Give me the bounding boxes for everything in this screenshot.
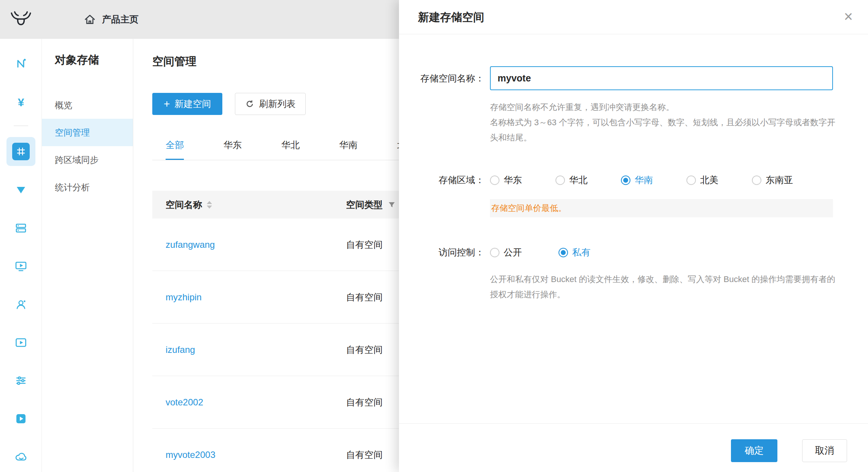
product-home-label: 产品主页 — [102, 13, 139, 26]
access-option-private[interactable]: 私有 — [558, 246, 590, 258]
radio-icon — [686, 175, 696, 185]
plus-icon: + — [164, 99, 170, 109]
create-bucket-drawer: 新建存储空间 × 存储空间名称： 存储空间名称不允许重复，遇到冲突请更换名称。 … — [399, 0, 868, 472]
bucket-name-help: 存储空间名称不允许重复，遇到冲突请更换名称。 名称格式为 3～63 个字符，可以… — [490, 100, 839, 145]
access-control-help: 公开和私有仅对 Bucket 的读文件生效，修改、删除、写入等对 Bucket … — [490, 272, 839, 302]
region-option-north-china[interactable]: 华北 — [555, 174, 587, 186]
access-option-public[interactable]: 公开 — [490, 246, 522, 258]
region-option-south-china[interactable]: 华南 — [621, 174, 653, 186]
cloud-service-icon[interactable] — [0, 450, 42, 464]
bucket-type: 自有空间 — [346, 344, 383, 356]
confirm-button[interactable]: 确定 — [731, 439, 777, 462]
bucket-link[interactable]: myzhipin — [166, 292, 202, 303]
bucket-type: 自有空间 — [346, 449, 383, 461]
tab-east-china[interactable]: 华东 — [223, 139, 242, 160]
cdn-icon[interactable] — [0, 183, 42, 197]
column-space-name: 空间名称 — [166, 199, 202, 211]
radio-selected-icon — [558, 248, 568, 257]
region-option-southeast-asia[interactable]: 东南亚 — [752, 174, 793, 186]
refresh-icon — [245, 99, 254, 108]
region-tabs: 全部 华东 华北 华南 北美 — [166, 132, 415, 160]
close-icon[interactable]: × — [844, 0, 853, 33]
filter-icon[interactable] — [388, 201, 396, 209]
live-streaming-icon[interactable] — [0, 57, 42, 70]
rail-divider — [14, 126, 28, 126]
billing-icon[interactable]: ¥ — [0, 96, 42, 109]
bucket-link[interactable]: zufangwang — [166, 239, 215, 250]
player-icon[interactable] — [0, 412, 42, 426]
column-space-type: 空间类型 — [346, 199, 383, 211]
bucket-name-label: 存储空间名称： — [399, 66, 484, 90]
page-title: 空间管理 — [152, 54, 196, 69]
object-storage-icon[interactable] — [0, 137, 42, 166]
bucket-name-input[interactable] — [490, 66, 833, 90]
sidebar-menu: 概览 空间管理 跨区域同步 统计分析 — [42, 91, 133, 201]
qiniu-logo[interactable] — [0, 10, 42, 29]
radio-icon — [490, 175, 499, 185]
bucket-link[interactable]: myvote2003 — [166, 450, 215, 460]
tab-north-china[interactable]: 华北 — [281, 139, 300, 160]
region-option-north-america[interactable]: 北美 — [686, 174, 718, 186]
radio-selected-icon — [621, 175, 630, 185]
radio-icon — [490, 248, 499, 257]
qiniu-bull-icon — [9, 10, 33, 29]
new-space-button[interactable]: + 新建空间 — [152, 93, 222, 115]
radio-icon — [752, 175, 761, 185]
cancel-button[interactable]: 取消 — [802, 439, 847, 462]
app-root: 产品主页 ¥ — [0, 0, 868, 472]
drawer-title: 新建存储空间 — [418, 0, 484, 34]
region-radio-group: 华东 华北 华南 北美 东南亚 — [490, 171, 793, 190]
bucket-link[interactable]: izufang — [166, 344, 195, 355]
toolbar: + 新建空间 刷新列表 — [152, 93, 306, 115]
bucket-type: 自有空间 — [346, 291, 383, 303]
sidebar-item-overview[interactable]: 概览 — [42, 91, 133, 119]
sidebar-item-space-management[interactable]: 空间管理 — [42, 119, 133, 146]
access-control-label: 访问控制： — [399, 243, 484, 262]
active-product-highlight — [6, 137, 35, 166]
sidebar-item-cross-region-sync[interactable]: 跨区域同步 — [42, 146, 133, 174]
radio-icon — [555, 175, 565, 185]
refresh-list-button[interactable]: 刷新列表 — [235, 93, 306, 115]
tab-all[interactable]: 全部 — [166, 139, 184, 160]
access-radio-group: 公开 私有 — [490, 243, 590, 262]
drawer-header: 新建存储空间 × — [399, 0, 868, 34]
sort-icon[interactable] — [207, 201, 212, 209]
object-storage-sidebar: 对象存储 概览 空间管理 跨区域同步 统计分析 — [42, 39, 133, 472]
media-processing-icon[interactable] — [0, 259, 42, 273]
drawer-footer: 确定 取消 — [399, 423, 868, 472]
database-icon[interactable] — [0, 221, 42, 235]
product-icon-rail: ¥ — [0, 39, 42, 472]
video-on-demand-icon[interactable] — [0, 336, 42, 349]
face-recognition-icon[interactable] — [0, 298, 42, 311]
sidebar-item-statistics[interactable]: 统计分析 — [42, 174, 133, 201]
home-icon — [84, 13, 96, 26]
data-pipeline-icon[interactable] — [0, 374, 42, 387]
region-option-east-china[interactable]: 华东 — [490, 174, 522, 186]
region-price-note: 存储空间单价最低。 — [490, 199, 833, 217]
grid-icon — [15, 146, 27, 157]
bucket-type: 自有空间 — [346, 239, 383, 251]
region-label: 存储区域： — [399, 171, 484, 190]
product-home-link[interactable]: 产品主页 — [84, 13, 139, 26]
bucket-type: 自有空间 — [346, 396, 383, 408]
bucket-link[interactable]: vote2002 — [166, 397, 203, 408]
tab-south-china[interactable]: 华南 — [339, 139, 357, 160]
sidebar-title: 对象存储 — [55, 53, 133, 68]
